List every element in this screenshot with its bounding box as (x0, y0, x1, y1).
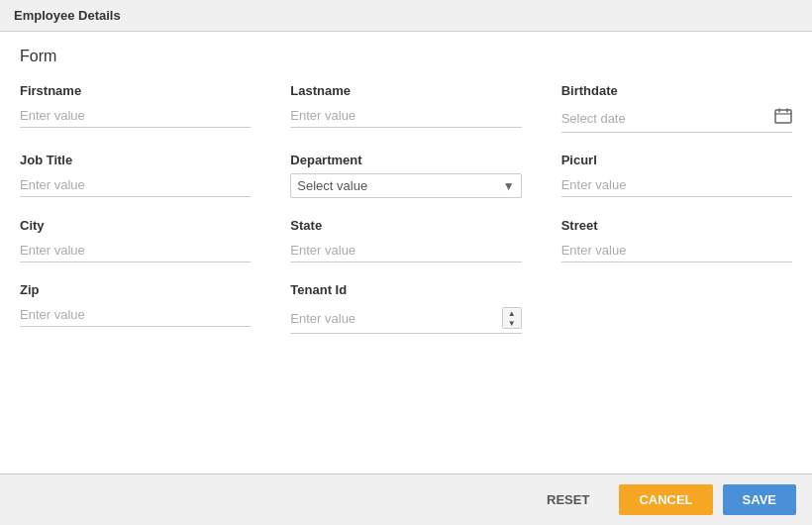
department-select-wrapper[interactable]: Select value ▼ (290, 173, 521, 198)
spinner-up-button[interactable]: ▲ (503, 308, 521, 318)
form-row-1: Firstname Lastname Birthdate (20, 83, 792, 133)
tenant-id-label: Tenant Id (290, 282, 521, 297)
zip-input[interactable] (20, 303, 251, 327)
department-label: Department (290, 153, 521, 167)
spinner-down-button[interactable]: ▼ (503, 318, 521, 328)
content-area: Form Firstname Lastname Birthdate (0, 32, 812, 473)
chevron-down-icon: ▼ (503, 179, 515, 193)
lastname-label: Lastname (290, 83, 521, 98)
spinner-controls: ▲ ▼ (502, 307, 522, 329)
title-bar: Employee Details (0, 0, 812, 32)
lastname-input[interactable] (290, 104, 521, 128)
svg-rect-0 (775, 110, 791, 123)
street-label: Street (561, 218, 792, 233)
footer: RESET CANCEL SAVE (0, 473, 812, 525)
cancel-button[interactable]: CANCEL (619, 484, 712, 515)
city-input[interactable] (20, 239, 251, 262)
firstname-input[interactable] (20, 104, 251, 128)
zip-label: Zip (20, 282, 251, 297)
job-title-field: Job Title (20, 153, 251, 198)
firstname-field: Firstname (20, 83, 251, 133)
city-label: City (20, 218, 251, 233)
tenant-id-field: Tenant Id ▲ ▼ (290, 282, 521, 334)
firstname-label: Firstname (20, 83, 251, 98)
form-header: Form (0, 32, 812, 73)
window-title: Employee Details (14, 8, 121, 23)
picurl-input[interactable] (561, 173, 792, 197)
birthdate-input[interactable] (561, 111, 774, 126)
form-row-2: Job Title Department Select value ▼ Picu… (20, 153, 792, 198)
street-input[interactable] (561, 239, 792, 262)
department-field: Department Select value ▼ (290, 153, 521, 198)
city-field: City (20, 218, 251, 262)
calendar-icon[interactable] (774, 108, 792, 128)
employee-details-window: Employee Details Form Firstname Lastname… (0, 0, 812, 525)
picurl-field: Picurl (561, 153, 792, 198)
save-button[interactable]: SAVE (723, 484, 796, 515)
tenant-id-spinner-wrapper: ▲ ▼ (290, 303, 521, 334)
reset-button[interactable]: RESET (527, 484, 609, 515)
form-row-4: Zip Tenant Id ▲ ▼ (20, 282, 792, 334)
form-body: Firstname Lastname Birthdate (0, 73, 812, 473)
picurl-label: Picurl (561, 153, 792, 167)
zip-field: Zip (20, 282, 251, 334)
street-field: Street (561, 218, 792, 262)
tenant-id-input[interactable] (290, 311, 501, 326)
job-title-input[interactable] (20, 173, 251, 197)
department-select[interactable]: Select value (297, 178, 502, 193)
state-input[interactable] (290, 239, 521, 262)
birthdate-input-wrapper (561, 104, 792, 133)
job-title-label: Job Title (20, 153, 251, 167)
lastname-field: Lastname (290, 83, 521, 133)
state-label: State (290, 218, 521, 233)
birthdate-field: Birthdate (561, 83, 792, 133)
empty-field (561, 282, 792, 334)
form-row-3: City State Street (20, 218, 792, 262)
state-field: State (290, 218, 521, 262)
birthdate-label: Birthdate (561, 83, 792, 98)
